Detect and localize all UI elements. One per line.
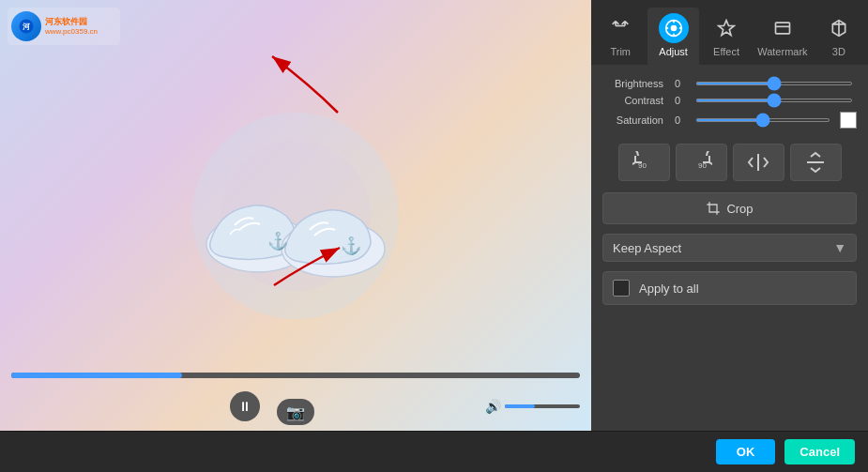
brightness-row: Brightness 0 <box>602 78 857 89</box>
color-picker-box[interactable] <box>840 112 857 129</box>
volume-area: 🔊 <box>485 399 580 414</box>
main-area: 河 河东软件园 www.pc0359.cn <box>0 0 868 431</box>
progress-track[interactable] <box>11 373 580 378</box>
saturation-slider[interactable] <box>695 118 830 122</box>
keep-aspect-label: Keep Aspect <box>613 241 833 255</box>
rotation-row: 90 90 <box>602 144 857 181</box>
crop-button-label: Crop <box>726 202 753 216</box>
tab-effect-label: Effect <box>713 46 739 57</box>
tab-adjust[interactable]: Adjust <box>647 8 698 65</box>
svg-text:河: 河 <box>23 23 31 31</box>
contrast-slider[interactable] <box>695 99 853 102</box>
tab-adjust-label: Adjust <box>659 46 688 57</box>
flip-vertical-button[interactable] <box>790 144 842 181</box>
contrast-label: Contrast <box>602 95 663 106</box>
3d-icon <box>824 13 854 43</box>
apply-to-all-row[interactable]: Apply to all <box>602 271 857 305</box>
watermark-icon <box>768 13 798 43</box>
saturation-label: Saturation <box>602 114 663 126</box>
volume-track[interactable] <box>505 404 580 408</box>
panel-content: Brightness 0 Contrast 0 Saturation 0 <box>591 65 868 431</box>
red-arrow-2 <box>265 229 358 295</box>
saturation-value: 0 <box>669 114 686 126</box>
tabs-bar: Trim Adjust <box>591 0 868 65</box>
flip-horizontal-button[interactable] <box>733 144 784 181</box>
brightness-label: Brightness <box>602 78 663 89</box>
cancel-button[interactable]: Cancel <box>784 439 855 464</box>
apply-to-all-label: Apply to all <box>639 282 699 296</box>
brightness-value: 0 <box>669 78 686 89</box>
tab-3d[interactable]: 3D <box>814 8 864 65</box>
red-arrow-1 <box>253 47 347 122</box>
bottom-bar: OK Cancel <box>0 431 868 472</box>
volume-icon: 🔊 <box>485 399 501 414</box>
volume-fill <box>505 404 535 408</box>
camera-icon: 📷 <box>286 403 305 421</box>
saturation-row: Saturation 0 <box>602 112 857 129</box>
video-content: 河 河东软件园 www.pc0359.cn <box>0 0 591 431</box>
tab-trim[interactable]: Trim <box>595 8 646 65</box>
progress-area <box>0 373 591 378</box>
camera-button[interactable]: 📷 <box>277 399 314 425</box>
tab-effect[interactable]: Effect <box>701 8 752 65</box>
tab-3d-label: 3D <box>832 46 845 57</box>
contrast-value: 0 <box>669 95 686 106</box>
crop-button[interactable]: Crop <box>602 192 857 224</box>
tab-trim-label: Trim <box>610 46 631 57</box>
apply-to-all-checkbox[interactable] <box>613 280 630 297</box>
svg-point-11 <box>671 26 676 31</box>
chevron-down-icon: ▼ <box>833 240 846 255</box>
keep-aspect-dropdown[interactable]: Keep Aspect ▼ <box>602 234 857 262</box>
watermark-url: www.pc0359.cn <box>45 27 98 36</box>
tab-watermark-label: Watermark <box>757 46 807 57</box>
watermark-brand: 河东软件园 <box>45 17 98 27</box>
brightness-slider[interactable] <box>695 82 853 85</box>
rotate-ccw-button[interactable]: 90 <box>618 144 670 181</box>
tab-watermark[interactable]: Watermark <box>754 8 811 65</box>
progress-fill <box>11 373 182 378</box>
watermark-overlay: 河 河东软件园 www.pc0359.cn <box>8 8 120 45</box>
ok-button[interactable]: OK <box>716 439 776 464</box>
watermark-logo-icon: 河 <box>11 11 41 41</box>
rotate-cw-button[interactable]: 90 <box>676 144 727 181</box>
contrast-row: Contrast 0 <box>602 95 857 106</box>
effect-icon <box>711 13 741 43</box>
svg-rect-16 <box>775 23 789 34</box>
trim-icon <box>605 13 635 43</box>
crop-icon <box>706 201 721 216</box>
sliders-section: Brightness 0 Contrast 0 Saturation 0 <box>602 78 857 129</box>
adjust-icon <box>659 13 689 43</box>
right-panel: Trim Adjust <box>591 0 868 431</box>
pause-button[interactable]: ⏸ <box>230 391 260 421</box>
video-panel: 河 河东软件园 www.pc0359.cn <box>0 0 591 431</box>
